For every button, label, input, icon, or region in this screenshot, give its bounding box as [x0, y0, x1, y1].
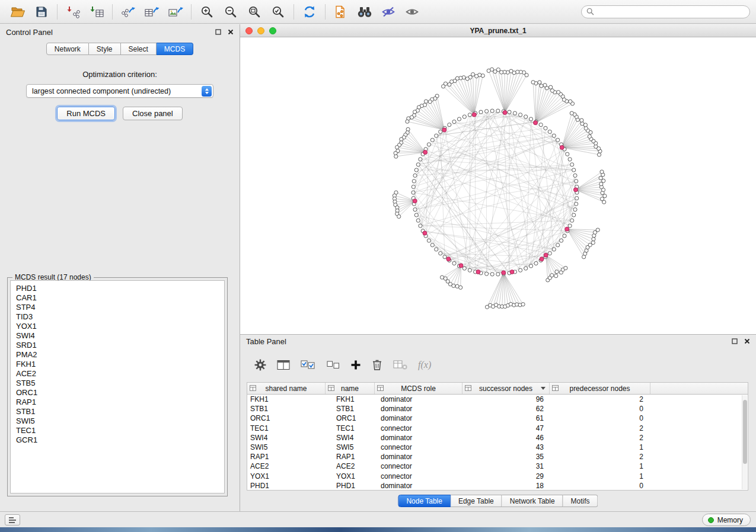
mcds-result-item[interactable]: SWI5	[16, 416, 224, 426]
memory-button[interactable]: Memory	[702, 514, 751, 526]
column-header[interactable]: successor nodes	[462, 383, 550, 394]
table-tab[interactable]: Edge Table	[451, 495, 502, 507]
float-icon	[215, 29, 221, 35]
delete-table-button[interactable]	[393, 360, 407, 370]
show-columns-button[interactable]	[277, 360, 290, 370]
mcds-result-item[interactable]: STP4	[16, 303, 224, 312]
table-row[interactable]: ACE2 ACE2 connector 31 1	[247, 462, 748, 471]
table-tab[interactable]: Node Table	[398, 495, 451, 507]
control-panel-tab[interactable]: MCDS	[157, 43, 193, 55]
search-box	[581, 5, 750, 18]
memory-label: Memory	[717, 516, 743, 524]
hide-selected-button[interactable]	[377, 2, 400, 21]
columns-icon	[277, 360, 290, 370]
mcds-result-item[interactable]: CAR1	[16, 293, 224, 303]
zoom-selected-button[interactable]	[266, 2, 290, 21]
add-column-button[interactable]	[350, 360, 361, 370]
table-scrollbar-thumb[interactable]	[743, 400, 747, 464]
toolbar-separator	[112, 4, 113, 20]
zoom-out-button[interactable]	[219, 2, 243, 21]
show-all-button[interactable]	[400, 2, 424, 21]
deselect-all-button[interactable]	[327, 360, 340, 370]
optimization-select[interactable]: largest connected component (undirected)	[26, 84, 213, 98]
sort-arrow-icon	[541, 387, 546, 390]
mcds-result-item[interactable]: GCR1	[16, 435, 224, 445]
table-tab[interactable]: Motifs	[563, 495, 598, 507]
table-row[interactable]: RAP1 RAP1 dominator 35 2	[247, 452, 748, 462]
import-network-button[interactable]	[61, 2, 85, 21]
table-row[interactable]: PHD1 PHD1 dominator 18 0	[247, 481, 748, 490]
status-menu-button[interactable]	[5, 514, 20, 525]
mcds-result-item[interactable]: PMA2	[16, 350, 224, 360]
mcds-result-item[interactable]: TEC1	[16, 426, 224, 435]
table-row[interactable]: FKH1 FKH1 dominator 96 2	[247, 395, 748, 404]
table-settings-button[interactable]	[254, 359, 266, 371]
mcds-result-item[interactable]: STB1	[16, 407, 224, 416]
search-input[interactable]	[597, 8, 745, 16]
mcds-result-item[interactable]: ORC1	[16, 388, 224, 398]
mcds-result-item[interactable]: SWI4	[16, 331, 224, 341]
column-header[interactable]: shared name	[247, 383, 326, 394]
mcds-result-item[interactable]: STB5	[16, 379, 224, 388]
import-network-icon	[65, 5, 81, 18]
column-header[interactable]: predecessor nodes	[550, 383, 650, 394]
window-minimize-button[interactable]	[257, 27, 264, 34]
export-table-button[interactable]	[140, 2, 164, 21]
float-panel-button[interactable]	[215, 29, 221, 35]
export-image-button[interactable]	[164, 2, 187, 21]
network-window-titlebar[interactable]: YPA_prune.txt_1	[240, 24, 756, 37]
table-row[interactable]: YOX1 YOX1 connector 29 1	[247, 472, 748, 481]
mcds-result-item[interactable]: YOX1	[16, 322, 224, 331]
status-bar: Memory	[0, 511, 756, 527]
table-float-button[interactable]	[732, 338, 738, 344]
document-network-icon	[334, 5, 348, 18]
table-scrollbar[interactable]	[742, 395, 747, 489]
column-attribute-icon	[465, 385, 471, 391]
control-panel-tab[interactable]: Network	[46, 43, 89, 55]
window-zoom-button[interactable]	[269, 27, 276, 34]
export-network-button[interactable]	[116, 2, 140, 21]
apply-layout-button[interactable]	[298, 2, 321, 21]
memory-status-icon	[708, 517, 714, 523]
table-row[interactable]: SWI5 SWI5 connector 43 1	[247, 443, 748, 452]
export-table-icon	[144, 5, 160, 18]
table-tab[interactable]: Network Table	[502, 495, 563, 507]
select-all-button[interactable]	[301, 360, 316, 370]
open-file-button[interactable]	[6, 2, 30, 21]
column-attribute-icon	[328, 385, 334, 391]
window-close-button[interactable]	[245, 27, 253, 34]
mcds-result-item[interactable]: TID3	[16, 312, 224, 322]
mcds-result-item[interactable]: ACE2	[16, 369, 224, 379]
delete-column-button[interactable]	[372, 359, 382, 371]
function-builder-button[interactable]: f(x)	[418, 360, 431, 370]
network-from-document-button[interactable]	[329, 2, 353, 21]
control-panel-tab[interactable]: Select	[121, 43, 157, 55]
save-session-button[interactable]	[30, 2, 53, 21]
table-row[interactable]: STB1 STB1 dominator 62 0	[247, 404, 748, 414]
mcds-result-item[interactable]: FKH1	[16, 360, 224, 369]
network-canvas[interactable]	[240, 37, 756, 334]
control-panel-tab[interactable]: Style	[89, 43, 121, 55]
mcds-result-item[interactable]: SRD1	[16, 341, 224, 350]
network-graph[interactable]	[240, 37, 756, 334]
first-neighbors-button[interactable]	[353, 2, 377, 21]
column-header[interactable]: name	[326, 383, 375, 394]
column-attribute-icon	[250, 385, 256, 391]
binoculars-icon	[357, 6, 372, 18]
main-toolbar	[0, 0, 756, 24]
close-panel-action-button[interactable]: Close panel	[123, 107, 183, 120]
close-panel-button[interactable]	[228, 29, 234, 35]
mcds-result-item[interactable]: RAP1	[16, 398, 224, 407]
run-mcds-button[interactable]: Run MCDS	[57, 107, 115, 120]
table-row[interactable]: TEC1 TEC1 connector 47 2	[247, 424, 748, 433]
column-header[interactable]: MCDS role	[375, 383, 462, 394]
import-table-button[interactable]	[85, 2, 109, 21]
zoom-fit-button[interactable]	[243, 2, 266, 21]
table-row[interactable]: ORC1 ORC1 dominator 61 0	[247, 414, 748, 423]
table-close-button[interactable]	[744, 338, 750, 344]
zoom-in-button[interactable]	[195, 2, 219, 21]
control-panel: Control Panel NetworkStyleSelectMCDS Opt…	[0, 24, 240, 511]
mcds-result-item[interactable]: PHD1	[16, 284, 224, 293]
table-row[interactable]: SWI4 SWI4 dominator 46 2	[247, 433, 748, 443]
table-panel-title: Table Panel	[246, 337, 286, 346]
